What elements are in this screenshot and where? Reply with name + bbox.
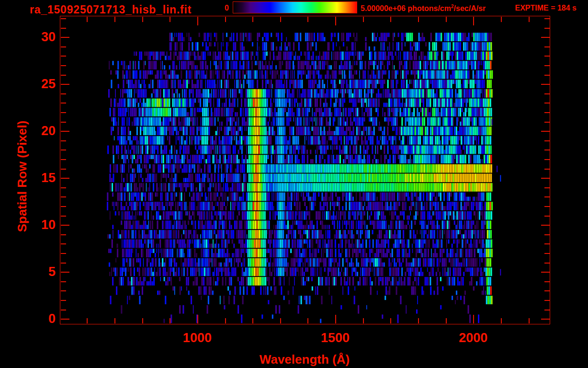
- colorbar-max-value: 5.00000e+06: [361, 4, 407, 12]
- axis-tick: [544, 263, 550, 264]
- axis-tick: [252, 17, 253, 22]
- axis-tick: [544, 159, 550, 160]
- plot-frame: [60, 16, 550, 324]
- axis-tick: [418, 17, 419, 22]
- axis-tick: [225, 17, 226, 22]
- axis-tick: [61, 150, 66, 150]
- axis-tick: [541, 319, 550, 320]
- x-tick-label: 2000: [435, 331, 511, 345]
- axis-tick: [307, 318, 308, 323]
- axis-tick: [541, 131, 550, 132]
- axis-tick: [170, 318, 170, 323]
- axis-tick: [114, 17, 115, 22]
- axis-tick: [544, 18, 550, 19]
- axis-tick: [544, 122, 550, 123]
- x-axis-title: Wavelength (Å): [260, 352, 350, 367]
- axis-tick: [335, 315, 336, 323]
- axis-tick: [544, 196, 550, 197]
- x-tick-label: 1000: [159, 331, 236, 345]
- axis-tick: [61, 253, 66, 254]
- axis-tick: [418, 318, 419, 323]
- axis-tick: [61, 131, 69, 132]
- axis-tick: [335, 17, 336, 25]
- axis-tick: [61, 272, 69, 273]
- axis-tick: [61, 84, 69, 85]
- y-tick-label: 30: [31, 29, 56, 45]
- axis-tick: [61, 140, 66, 141]
- axis-tick: [544, 290, 550, 291]
- axis-tick: [61, 56, 66, 57]
- axis-tick: [541, 272, 550, 273]
- axis-tick: [529, 318, 530, 323]
- axis-tick: [142, 318, 143, 323]
- axis-tick: [61, 281, 66, 282]
- axis-tick: [544, 206, 550, 207]
- axis-tick: [61, 28, 66, 29]
- y-tick-label: 0: [31, 311, 56, 326]
- axis-tick: [541, 225, 550, 226]
- axis-tick: [544, 150, 550, 150]
- axis-tick: [61, 112, 66, 113]
- axis-tick: [446, 17, 447, 22]
- axis-tick: [544, 112, 550, 113]
- axis-tick: [544, 216, 550, 217]
- axis-tick: [61, 187, 66, 188]
- page-title: ra_150925071713_hisb_lin.fit: [30, 3, 192, 16]
- axis-tick: [307, 17, 308, 22]
- axis-tick: [390, 318, 391, 323]
- axis-tick: [544, 65, 550, 66]
- axis-tick: [544, 234, 550, 235]
- axis-tick: [541, 84, 550, 85]
- axis-tick: [61, 216, 66, 217]
- axis-tick: [363, 318, 364, 323]
- axis-tick: [501, 17, 502, 22]
- axis-tick: [544, 46, 550, 47]
- axis-tick: [544, 310, 550, 310]
- exptime-label: EXPTIME = 184 s: [515, 4, 577, 12]
- colorbar-unit-prefix: photons/cm: [407, 4, 451, 12]
- axis-tick: [225, 318, 226, 323]
- y-tick-label: 20: [31, 123, 56, 138]
- axis-tick: [544, 243, 550, 244]
- axis-tick: [61, 103, 66, 104]
- axis-tick: [280, 318, 281, 323]
- axis-tick: [87, 318, 88, 323]
- axis-tick: [142, 17, 143, 22]
- axis-tick: [473, 17, 474, 25]
- colorbar-gradient: [233, 1, 357, 13]
- axis-tick: [501, 318, 502, 323]
- axis-tick: [61, 319, 69, 320]
- axis-tick: [280, 17, 281, 22]
- axis-tick: [170, 17, 170, 22]
- axis-tick: [61, 300, 66, 301]
- axis-tick: [61, 290, 66, 291]
- axis-tick: [61, 169, 66, 170]
- y-tick-label: 5: [31, 264, 56, 279]
- axis-tick: [473, 315, 474, 323]
- axis-tick: [61, 65, 66, 66]
- axis-tick: [61, 310, 66, 310]
- axis-tick: [61, 178, 69, 179]
- axis-tick: [61, 225, 69, 226]
- axis-tick: [197, 17, 198, 25]
- colorbar-max-label: 5.00000e+06 photons/cm2/sec/A/sr: [361, 4, 486, 13]
- axis-tick: [61, 75, 66, 76]
- colorbar-unit-suffix: /sec/A/sr: [454, 4, 486, 12]
- axis-tick: [61, 122, 66, 123]
- axis-tick: [544, 169, 550, 170]
- axis-tick: [87, 17, 88, 22]
- axis-tick: [544, 28, 550, 29]
- axis-tick: [61, 234, 66, 235]
- axis-tick: [544, 56, 550, 57]
- axis-tick: [197, 315, 198, 323]
- axis-tick: [61, 243, 66, 244]
- colorbar-min-label: 0: [215, 4, 229, 12]
- axis-tick: [544, 281, 550, 282]
- axis-tick: [544, 300, 550, 301]
- axis-tick: [61, 196, 66, 197]
- axis-tick: [541, 37, 550, 38]
- x-tick-label: 1500: [297, 331, 373, 345]
- y-tick-label: 15: [31, 170, 56, 185]
- y-axis-title: Spatial Row (Pixel): [15, 121, 30, 232]
- axis-tick: [61, 18, 66, 19]
